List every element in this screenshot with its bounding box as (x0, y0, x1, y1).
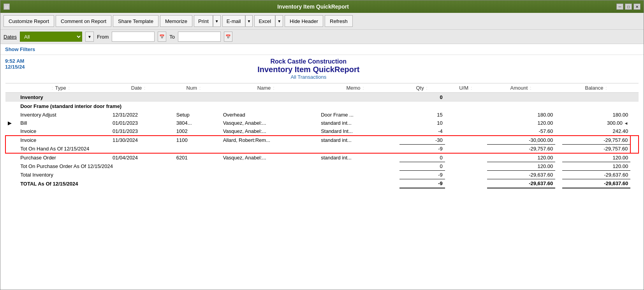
cell-date: 11/30/2024 (110, 136, 167, 145)
cell-total-inventory-label: Total Inventory (18, 171, 399, 179)
cell-um (452, 119, 480, 127)
cell-date: 01/01/2023 (110, 119, 167, 127)
share-template-button[interactable]: Share Template (113, 15, 158, 27)
row-arrow-icon: ▶ (8, 120, 12, 126)
cell-amount: -57.60 (487, 127, 555, 136)
arrow-cell (5, 127, 18, 136)
cell-grand-total-amount: -29,637.60 (487, 179, 555, 188)
cell-balance: 242.40 (562, 127, 630, 136)
cell-qty: -30 (399, 136, 445, 145)
subsection-door-frame-label: Door Frame (standard interior door frame… (18, 102, 630, 111)
cell-type: Inventory Adjust (18, 111, 103, 119)
cell-num: 3804... (174, 119, 214, 127)
print-button[interactable]: Print (194, 15, 213, 27)
cell-balance: 300.00 ◄ (562, 119, 630, 127)
col-header-um: U/M : (452, 83, 480, 93)
report-subtitle: All Transactions (25, 74, 592, 80)
cell-tot-purchase-order-amount: 120.00 (487, 162, 555, 171)
cell-memo: standard int... (318, 119, 392, 127)
excel-dropdown-arrow[interactable]: ▼ (275, 15, 283, 27)
dates-dropdown-button[interactable]: ▼ (85, 32, 94, 42)
cell-tot-purchase-order-balance: 120.00 (562, 162, 630, 171)
print-dropdown-arrow[interactable]: ▼ (213, 15, 221, 27)
company-name: Rock Castle Construction (25, 58, 592, 65)
cell-um (452, 153, 480, 162)
cell-date: 01/04/2024 (110, 153, 167, 162)
col-header-name: Name : (221, 83, 312, 93)
cell-qty: 15 (399, 111, 445, 119)
cell-name: Allard, Robert:Rem... (221, 136, 312, 145)
main-window: □ Inventory Item QuickReport ─ □ ✕ Custo… (0, 0, 644, 290)
customize-report-button[interactable]: Customize Report (4, 15, 54, 27)
col-header-amount: Amount : (487, 83, 555, 93)
email-dropdown-arrow[interactable]: ▼ (245, 15, 253, 27)
cell-type: Invoice (18, 136, 103, 145)
section-inventory: Inventory 0 (5, 93, 639, 102)
minimize-button[interactable]: ─ (616, 4, 623, 10)
col-header-type: : Type : (18, 83, 103, 93)
cell-tot-on-hand-amount: -29,757.60 (487, 145, 555, 154)
section-inventory-label: Inventory (18, 93, 399, 102)
dates-label: Dates (4, 34, 17, 40)
arrow-cell (5, 111, 18, 119)
show-filters-bar: Show Filters (0, 44, 644, 55)
cell-total-inventory-balance: -29,637.60 (562, 171, 630, 179)
cell-num: 1100 (174, 136, 214, 145)
table-row-grand-total: TOTAL As Of 12/15/2024 -9 -29,637.60 -29… (5, 179, 639, 188)
show-filters-link[interactable]: Show Filters (5, 46, 35, 52)
report-header: Rock Castle Construction Inventory Item … (25, 55, 592, 81)
table-row-highlighted-invoice: Invoice 11/30/2024 1100 Allard, Robert:R… (5, 136, 639, 145)
cell-tot-purchase-order-label: Tot On Purchase Order As Of 12/15/2024 (18, 162, 399, 171)
excel-button[interactable]: Excel (254, 15, 275, 27)
from-calendar-button[interactable]: 📅 (158, 32, 166, 42)
report-area: 9:52 AM 12/15/24 Rock Castle Constructio… (0, 55, 644, 290)
cell-amount: -30,000.00 (487, 136, 555, 145)
cell-amount: 120.00 (487, 153, 555, 162)
toolbar: Customize Report Comment on Report Share… (0, 13, 644, 30)
comment-on-report-button[interactable]: Comment on Report (56, 15, 111, 27)
cell-amount: 120.00 (487, 119, 555, 127)
report-time: 9:52 AM (5, 58, 25, 64)
cell-name: Overhead (221, 111, 312, 119)
from-label: From (97, 34, 109, 40)
cell-tot-on-hand-balance: -29,757.60 (562, 145, 630, 154)
arrow-cell: ▶ (5, 119, 18, 127)
app-icon: □ (4, 4, 10, 10)
table-row: ▶ Bill 01/01/2023 3804... Vasquez, Anabe… (5, 119, 639, 127)
email-split-button: E-mail ▼ (222, 15, 253, 27)
title-bar-left: □ (4, 4, 10, 10)
dates-select[interactable]: All (20, 32, 82, 42)
maximize-button[interactable]: □ (625, 4, 632, 10)
cell-num: 1002 (174, 127, 214, 136)
hide-header-button[interactable]: Hide Header (285, 15, 323, 27)
table-row: Purchase Order 01/04/2024 6201 Vasquez, … (5, 153, 639, 162)
report-meta: 9:52 AM 12/15/24 (5, 55, 25, 71)
cell-type: Bill (18, 119, 103, 127)
filter-bar: Dates All ▼ From 📅 To 📅 (0, 30, 644, 44)
memorize-button[interactable]: Memorize (160, 15, 192, 27)
col-header-memo: Memo : (318, 83, 392, 93)
balance-arrow-icon: ◄ (624, 121, 628, 126)
cell-tot-on-hand-label: Tot On Hand As Of 12/15/2024 (18, 145, 399, 154)
report-table: : Type : Date : Num : Name : Memo : Qty … (5, 83, 639, 189)
report-title: Inventory Item QuickReport (25, 65, 592, 74)
to-date-input[interactable] (178, 32, 221, 42)
cell-grand-total-label: TOTAL As Of 12/15/2024 (18, 179, 399, 188)
table-row-total-inventory: Total Inventory -9 -29,637.60 -29,637.60 (5, 171, 639, 179)
col-header-date: Date : (110, 83, 167, 93)
cell-memo: Door Frame ... (318, 111, 392, 119)
section-inventory-qty: 0 (399, 93, 445, 102)
to-calendar-button[interactable]: 📅 (224, 32, 232, 42)
close-button[interactable]: ✕ (633, 4, 640, 10)
cell-balance: -29,757.60 (562, 136, 630, 145)
cell-type: Invoice (18, 127, 103, 136)
table-row-tot-on-hand: Tot On Hand As Of 12/15/2024 -9 -29,757.… (5, 145, 639, 154)
cell-um (452, 127, 480, 136)
email-button[interactable]: E-mail (222, 15, 245, 27)
cell-num: Setup (174, 111, 214, 119)
cell-tot-on-hand-qty: -9 (399, 145, 445, 154)
refresh-button[interactable]: Refresh (325, 15, 353, 27)
from-date-input[interactable] (112, 32, 155, 42)
table-row: Invoice 01/31/2023 1002 Vasquez, Anabel:… (5, 127, 639, 136)
cell-total-inventory-qty: -9 (399, 171, 445, 179)
